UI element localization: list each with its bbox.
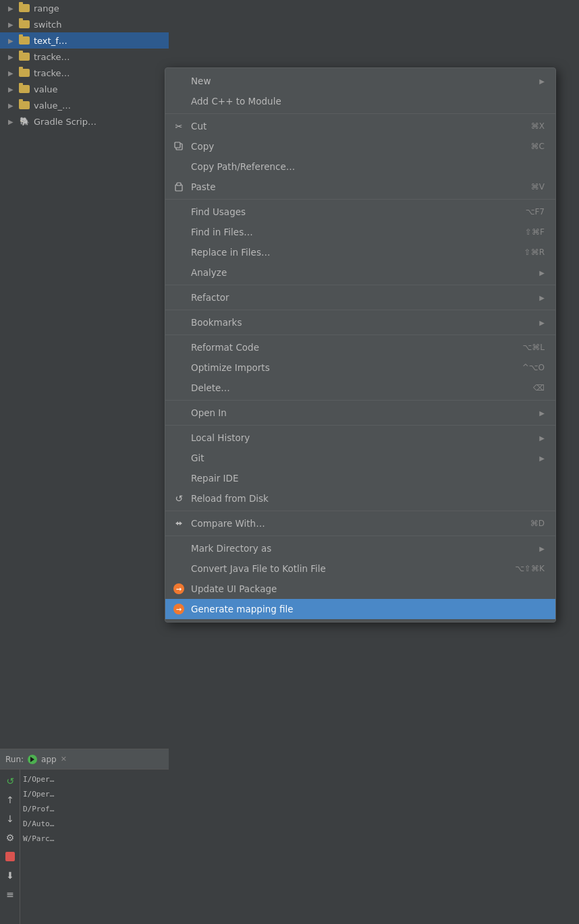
- arrow-icon: ▶: [8, 21, 15, 28]
- menu-label-paste: Paste: [191, 181, 524, 192]
- menu-item-git[interactable]: Git ▶: [165, 448, 555, 468]
- tree-label: switch: [34, 20, 62, 30]
- menu-label-local-history: Local History: [191, 432, 532, 443]
- down-button[interactable]: ↓: [1, 810, 19, 828]
- menu-item-copy[interactable]: Copy ⌘C: [165, 136, 555, 156]
- reload-icon: ↺: [173, 493, 184, 504]
- rerun-button[interactable]: ↺: [1, 772, 19, 790]
- gradle-icon: 🐘: [19, 116, 30, 127]
- menu-label-compare: Compare With…: [191, 518, 524, 529]
- menu-item-copy-path[interactable]: Copy Path/Reference…: [165, 156, 555, 177]
- menu-label-reformat: Reformat Code: [191, 342, 516, 353]
- menu-item-replace-files[interactable]: Replace in Files… ⇧⌘R: [165, 242, 555, 262]
- menu-item-compare[interactable]: Compare With… ⌘D: [165, 513, 555, 533]
- tree-item-value[interactable]: ▶ value: [0, 81, 169, 97]
- plugin-icon-generate: →: [173, 604, 184, 614]
- shortcut-compare: ⌘D: [530, 519, 545, 528]
- up-icon: ↑: [6, 795, 14, 805]
- submenu-arrow-refactor: ▶: [539, 294, 545, 301]
- menu-label-find-files: Find in Files…: [191, 227, 518, 237]
- folder-icon: [19, 85, 30, 93]
- separator-8: [165, 511, 555, 511]
- tree-item-tracker1[interactable]: ▶ tracke…: [0, 49, 169, 65]
- tree-item-gradle[interactable]: ▶ 🐘 Gradle Scrip…: [0, 113, 169, 129]
- menu-item-paste[interactable]: Paste ⌘V: [165, 177, 555, 197]
- separator-4: [165, 310, 555, 310]
- menu-item-open-in[interactable]: Open In ▶: [165, 403, 555, 423]
- menu-label-copy-path: Copy Path/Reference…: [191, 161, 545, 172]
- run-log: I/Oper… I/Oper… D/Prof… D/Auto… W/Parc…: [20, 770, 169, 924]
- menu-item-bookmarks[interactable]: Bookmarks ▶: [165, 312, 555, 333]
- menu-label-find-usages: Find Usages: [191, 206, 519, 217]
- svg-rect-3: [177, 183, 181, 185]
- menu-item-find-usages[interactable]: Find Usages ⌥F7: [165, 202, 555, 222]
- tree-item-value2[interactable]: ▶ value_…: [0, 97, 169, 113]
- tree-label: value_…: [34, 100, 71, 111]
- tree-item-switch[interactable]: ▶ switch: [0, 16, 169, 32]
- menu-item-generate-mapping[interactable]: → Generate mapping file: [165, 599, 555, 619]
- tree-item-text-field[interactable]: ▶ text_f…: [0, 32, 169, 49]
- tree-item-range[interactable]: ▶ range: [0, 0, 169, 16]
- submenu-arrow-open-in: ▶: [539, 409, 545, 417]
- settings-button[interactable]: ⚙: [1, 829, 19, 846]
- arrow-icon: ▶: [8, 118, 15, 125]
- plugin-arrow-generate: →: [176, 606, 182, 613]
- menu-item-reload[interactable]: ↺ Reload from Disk: [165, 488, 555, 509]
- arrow-icon: ▶: [8, 5, 15, 12]
- run-toolbar: ↺ ↑ ↓ ⚙ ⬇ ≡: [0, 770, 20, 924]
- submenu-arrow-git: ▶: [539, 455, 545, 462]
- menu-label-convert-kotlin: Convert Java File to Kotlin File: [191, 563, 508, 574]
- submenu-arrow-history: ▶: [539, 434, 545, 442]
- up-button[interactable]: ↑: [1, 791, 19, 809]
- shortcut-paste: ⌘V: [531, 182, 545, 192]
- menu-label-reload: Reload from Disk: [191, 493, 545, 504]
- menu-item-new[interactable]: New ▶: [165, 71, 555, 91]
- arrow-icon: ▶: [8, 69, 15, 77]
- folder-icon: [19, 69, 30, 77]
- tree-item-tracker2[interactable]: ▶ tracke…: [0, 65, 169, 81]
- menu-item-refactor[interactable]: Refactor ▶: [165, 287, 555, 308]
- menu-item-optimize[interactable]: Optimize Imports ^⌥O: [165, 357, 555, 378]
- menu-label-open-in: Open In: [191, 407, 532, 418]
- menu-item-mark-dir[interactable]: Mark Directory as ▶: [165, 538, 555, 558]
- tree-label: value: [34, 84, 58, 94]
- arrow-icon: ▶: [8, 37, 15, 45]
- run-tab[interactable]: Run: app ✕: [0, 749, 169, 770]
- log-line-3: D/Prof…: [23, 802, 166, 817]
- menu-label-refactor: Refactor: [191, 292, 532, 303]
- tree-label: text_f…: [34, 36, 67, 46]
- folder-icon: [19, 20, 30, 28]
- folder-icon: [19, 101, 30, 109]
- menu-label-repair-ide: Repair IDE: [191, 473, 545, 484]
- menu-label-delete: Delete…: [191, 382, 526, 393]
- tree-label: Gradle Scrip…: [34, 117, 96, 127]
- close-tab-button[interactable]: ✕: [61, 755, 67, 763]
- shortcut-replace-files: ⇧⌘R: [524, 248, 545, 257]
- menu-label-new: New: [191, 76, 532, 86]
- menu-item-analyze[interactable]: Analyze ▶: [165, 262, 555, 283]
- menu-item-find-files[interactable]: Find in Files… ⇧⌘F: [165, 222, 555, 242]
- arrow-icon: ▶: [8, 53, 15, 61]
- menu-item-reformat[interactable]: Reformat Code ⌥⌘L: [165, 337, 555, 357]
- copy-icon: [173, 141, 184, 152]
- menu-item-convert-kotlin[interactable]: Convert Java File to Kotlin File ⌥⇧⌘K: [165, 558, 555, 579]
- run-app-name: app: [41, 755, 57, 764]
- menu-item-cut[interactable]: ✂ Cut ⌘X: [165, 116, 555, 136]
- scroll-button[interactable]: ⬇: [1, 867, 19, 884]
- menu-item-add-cpp[interactable]: Add C++ to Module: [165, 91, 555, 111]
- menu-label-optimize: Optimize Imports: [191, 362, 516, 373]
- shortcut-optimize: ^⌥O: [522, 363, 545, 372]
- filter-button[interactable]: ≡: [1, 886, 19, 903]
- separator-7: [165, 425, 555, 426]
- menu-item-update-ui[interactable]: → Update UI Package: [165, 579, 555, 599]
- menu-item-delete[interactable]: Delete… ⌫: [165, 378, 555, 398]
- menu-item-local-history[interactable]: Local History ▶: [165, 428, 555, 448]
- scroll-icon: ⬇: [6, 870, 14, 881]
- stop-button[interactable]: [1, 848, 19, 865]
- log-line-1: I/Oper…: [23, 772, 166, 787]
- menu-item-repair-ide[interactable]: Repair IDE: [165, 468, 555, 488]
- context-menu: New ▶ Add C++ to Module ✂ Cut ⌘X Copy ⌘C…: [165, 67, 556, 623]
- settings-icon: ⚙: [6, 832, 15, 843]
- shortcut-reformat: ⌥⌘L: [522, 343, 545, 352]
- menu-label-cut: Cut: [191, 121, 524, 132]
